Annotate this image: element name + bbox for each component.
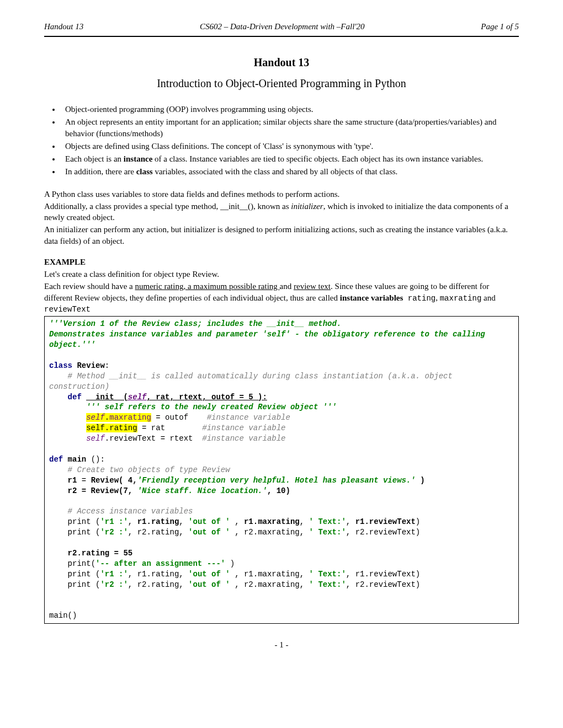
page-title: Handout 13 — [44, 56, 519, 69]
code-line: # Create two objects of type Review — [49, 465, 514, 475]
code-line: print ('r1 :', r1.rating, 'out of ' , r1… — [49, 569, 514, 580]
paragraph-line: Let's create a class definition for obje… — [44, 269, 519, 280]
code-line: print ('r1 :', r1.rating, 'out of ' , r1… — [49, 517, 514, 527]
header-left: Handout 13 — [44, 22, 83, 31]
code-line: print ('r2 :', r2.rating, 'out of ' , r2… — [49, 580, 514, 590]
code-line: '''Version 1 of the Review class; includ… — [49, 319, 514, 329]
code-line: ''' self refers to the newly created Rev… — [49, 402, 514, 413]
page-footer: - 1 - — [44, 640, 519, 650]
code-line: self.reviewText = rtext #instance variab… — [49, 433, 514, 444]
code-line — [49, 444, 514, 454]
header-center: CS602 – Data-Driven Development with –Fa… — [200, 22, 365, 31]
code-line — [49, 600, 514, 611]
bullet-item: Objects are defined using Class definiti… — [61, 141, 519, 152]
code-line — [49, 350, 514, 361]
code-line — [49, 496, 514, 506]
code-example: '''Version 1 of the Review class; includ… — [44, 316, 519, 624]
page-subtitle: Introduction to Object-Oriented Programm… — [44, 77, 519, 90]
code-line: print ('r2 :', r2.rating, 'out of ' , r2… — [49, 527, 514, 538]
bullet-item: Object-oriented programming (OOP) involv… — [61, 104, 519, 115]
code-line: self.maxrating = outof #instance variabl… — [49, 413, 514, 423]
code-line: def __init__(self, rat, rtext, outof = 5… — [49, 392, 514, 403]
code-line: class Review: — [49, 361, 514, 371]
code-line: r2 = Review(7, 'Nice staff. Nice locatio… — [49, 486, 514, 496]
code-line: # Method __init__ is called automaticall… — [49, 371, 514, 392]
code-line: main() — [49, 611, 514, 621]
paragraph-line: Additionally, a class provides a special… — [44, 201, 519, 223]
code-line: self.rating = rat #instance variable — [49, 423, 514, 433]
paragraph-block: A Python class uses variables to store d… — [44, 189, 519, 247]
header-right: Page 1 of 5 — [481, 22, 519, 31]
code-line: def main (): — [49, 454, 514, 465]
example-label: EXAMPLE — [44, 256, 519, 267]
page-header: Handout 13 CS602 – Data-Driven Developme… — [44, 22, 519, 37]
paragraph-line: An initializer can perform any action, b… — [44, 224, 519, 247]
code-line: Demonstrates instance variables and para… — [49, 329, 514, 350]
code-line — [49, 538, 514, 548]
bullet-item: An object represents an entity important… — [61, 116, 519, 139]
code-line: r2.rating = 55 — [49, 548, 514, 559]
code-line: # Access instance variables — [49, 506, 514, 517]
bullet-item: In addition, there are class variables, … — [61, 166, 519, 177]
code-line — [49, 590, 514, 600]
paragraph-line: A Python class uses variables to store d… — [44, 189, 519, 200]
code-line: r1 = Review( 4,'Friendly reception very … — [49, 475, 514, 486]
paragraph-line: Each review should have a numeric rating… — [44, 281, 519, 315]
bullet-item: Each object is an instance of a class. I… — [61, 153, 519, 164]
code-line: print('-- after an assignment ---' ) — [49, 559, 514, 569]
bullet-list: Object-oriented programming (OOP) involv… — [61, 104, 519, 178]
